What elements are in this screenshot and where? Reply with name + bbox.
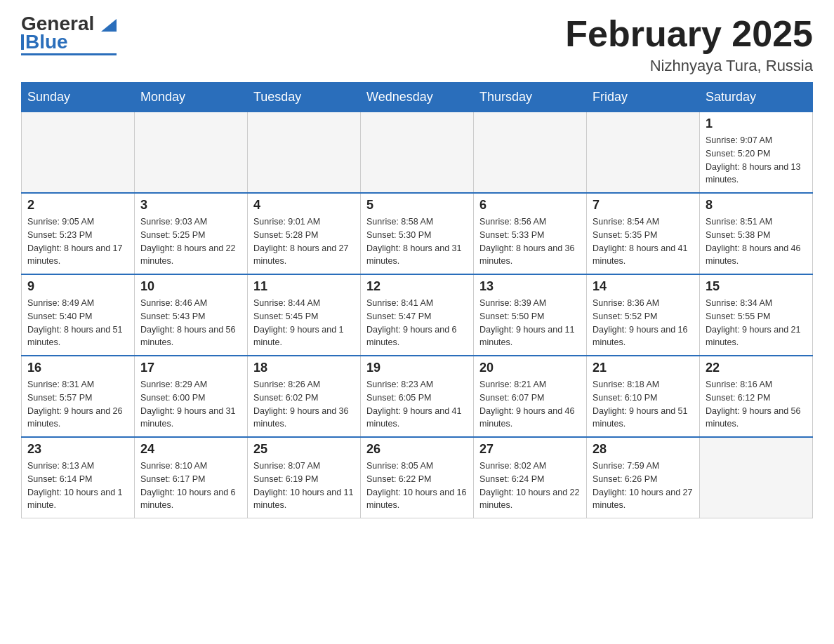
day-info: Sunrise: 9:07 AMSunset: 5:20 PMDaylight:… — [706, 134, 807, 187]
day-number: 4 — [253, 198, 355, 213]
day-info: Sunrise: 7:59 AMSunset: 6:26 PMDaylight:… — [593, 459, 694, 512]
location-text: Nizhnyaya Tura, Russia — [565, 57, 813, 75]
day-info: Sunrise: 8:44 AMSunset: 5:45 PMDaylight:… — [253, 297, 355, 349]
day-info: Sunrise: 9:03 AMSunset: 5:25 PMDaylight:… — [140, 215, 241, 268]
calendar-cell — [700, 437, 813, 518]
day-number: 26 — [366, 442, 468, 457]
logo-underline — [21, 53, 117, 55]
calendar-cell: 11Sunrise: 8:44 AMSunset: 5:45 PMDayligh… — [248, 274, 361, 356]
logo-blue-text: Blue — [25, 32, 68, 52]
day-number: 24 — [140, 442, 241, 457]
day-info: Sunrise: 8:18 AMSunset: 6:10 PMDaylight:… — [593, 378, 694, 431]
day-number: 25 — [253, 442, 355, 457]
day-info: Sunrise: 8:34 AMSunset: 5:55 PMDaylight:… — [706, 297, 807, 349]
day-info: Sunrise: 8:16 AMSunset: 6:12 PMDaylight:… — [706, 378, 807, 431]
logo: General Blue — [21, 14, 117, 55]
day-number: 9 — [27, 279, 128, 294]
calendar-cell: 15Sunrise: 8:34 AMSunset: 5:55 PMDayligh… — [700, 274, 813, 356]
calendar-cell — [22, 112, 135, 194]
day-number: 11 — [253, 279, 355, 294]
day-info: Sunrise: 8:13 AMSunset: 6:14 PMDaylight:… — [27, 459, 128, 512]
day-info: Sunrise: 8:41 AMSunset: 5:47 PMDaylight:… — [366, 297, 468, 349]
header-monday: Monday — [135, 83, 248, 112]
day-info: Sunrise: 8:07 AMSunset: 6:19 PMDaylight:… — [253, 459, 355, 512]
day-number: 1 — [706, 116, 807, 131]
day-number: 23 — [27, 442, 128, 457]
calendar-week-row: 16Sunrise: 8:31 AMSunset: 5:57 PMDayligh… — [22, 356, 813, 437]
calendar-week-row: 9Sunrise: 8:49 AMSunset: 5:40 PMDaylight… — [22, 274, 813, 356]
day-info: Sunrise: 8:02 AMSunset: 6:24 PMDaylight:… — [479, 459, 581, 512]
calendar-cell: 12Sunrise: 8:41 AMSunset: 5:47 PMDayligh… — [361, 274, 474, 356]
day-info: Sunrise: 8:51 AMSunset: 5:38 PMDaylight:… — [706, 215, 807, 268]
day-number: 21 — [593, 361, 694, 375]
day-number: 20 — [479, 361, 581, 375]
header-thursday: Thursday — [474, 83, 587, 112]
calendar-cell: 22Sunrise: 8:16 AMSunset: 6:12 PMDayligh… — [700, 356, 813, 437]
day-info: Sunrise: 8:23 AMSunset: 6:05 PMDaylight:… — [366, 378, 468, 431]
calendar-cell: 10Sunrise: 8:46 AMSunset: 5:43 PMDayligh… — [135, 274, 248, 356]
day-number: 8 — [706, 198, 807, 213]
calendar-cell — [361, 112, 474, 194]
header-friday: Friday — [587, 83, 700, 112]
day-info: Sunrise: 8:10 AMSunset: 6:17 PMDaylight:… — [140, 459, 241, 512]
day-info: Sunrise: 8:54 AMSunset: 5:35 PMDaylight:… — [593, 215, 694, 268]
day-info: Sunrise: 8:56 AMSunset: 5:33 PMDaylight:… — [479, 215, 581, 268]
calendar-cell: 9Sunrise: 8:49 AMSunset: 5:40 PMDaylight… — [22, 274, 135, 356]
calendar-cell: 13Sunrise: 8:39 AMSunset: 5:50 PMDayligh… — [474, 274, 587, 356]
day-info: Sunrise: 8:26 AMSunset: 6:02 PMDaylight:… — [253, 378, 355, 431]
calendar-week-row: 23Sunrise: 8:13 AMSunset: 6:14 PMDayligh… — [22, 437, 813, 518]
calendar-cell: 2Sunrise: 9:05 AMSunset: 5:23 PMDaylight… — [22, 193, 135, 274]
calendar-cell: 19Sunrise: 8:23 AMSunset: 6:05 PMDayligh… — [361, 356, 474, 437]
calendar-cell: 23Sunrise: 8:13 AMSunset: 6:14 PMDayligh… — [22, 437, 135, 518]
header-wednesday: Wednesday — [361, 83, 474, 112]
calendar-cell: 25Sunrise: 8:07 AMSunset: 6:19 PMDayligh… — [248, 437, 361, 518]
calendar-cell — [135, 112, 248, 194]
day-info: Sunrise: 8:46 AMSunset: 5:43 PMDaylight:… — [140, 297, 241, 349]
calendar-cell: 7Sunrise: 8:54 AMSunset: 5:35 PMDaylight… — [587, 193, 700, 274]
day-number: 18 — [253, 361, 355, 375]
day-number: 7 — [593, 198, 694, 213]
calendar-week-row: 2Sunrise: 9:05 AMSunset: 5:23 PMDaylight… — [22, 193, 813, 274]
day-number: 10 — [140, 279, 241, 294]
svg-marker-0 — [101, 19, 117, 32]
day-info: Sunrise: 8:49 AMSunset: 5:40 PMDaylight:… — [27, 297, 128, 349]
calendar-cell: 1Sunrise: 9:07 AMSunset: 5:20 PMDaylight… — [700, 112, 813, 194]
calendar-cell: 21Sunrise: 8:18 AMSunset: 6:10 PMDayligh… — [587, 356, 700, 437]
month-title: February 2025 — [565, 14, 813, 54]
day-number: 27 — [479, 442, 581, 457]
calendar-cell: 6Sunrise: 8:56 AMSunset: 5:33 PMDaylight… — [474, 193, 587, 274]
day-info: Sunrise: 8:58 AMSunset: 5:30 PMDaylight:… — [366, 215, 468, 268]
day-number: 28 — [593, 442, 694, 457]
day-number: 14 — [593, 279, 694, 294]
day-info: Sunrise: 8:05 AMSunset: 6:22 PMDaylight:… — [366, 459, 468, 512]
day-info: Sunrise: 8:21 AMSunset: 6:07 PMDaylight:… — [479, 378, 581, 431]
header-sunday: Sunday — [22, 83, 135, 112]
calendar-cell: 27Sunrise: 8:02 AMSunset: 6:24 PMDayligh… — [474, 437, 587, 518]
calendar-header-row: Sunday Monday Tuesday Wednesday Thursday… — [22, 83, 813, 112]
header-tuesday: Tuesday — [248, 83, 361, 112]
day-number: 6 — [479, 198, 581, 213]
calendar-table: Sunday Monday Tuesday Wednesday Thursday… — [21, 82, 813, 518]
day-number: 13 — [479, 279, 581, 294]
day-info: Sunrise: 8:31 AMSunset: 5:57 PMDaylight:… — [27, 378, 128, 431]
calendar-cell: 20Sunrise: 8:21 AMSunset: 6:07 PMDayligh… — [474, 356, 587, 437]
day-number: 15 — [706, 279, 807, 294]
day-info: Sunrise: 9:01 AMSunset: 5:28 PMDaylight:… — [253, 215, 355, 268]
calendar-cell: 24Sunrise: 8:10 AMSunset: 6:17 PMDayligh… — [135, 437, 248, 518]
calendar-cell: 3Sunrise: 9:03 AMSunset: 5:25 PMDaylight… — [135, 193, 248, 274]
calendar-cell: 28Sunrise: 7:59 AMSunset: 6:26 PMDayligh… — [587, 437, 700, 518]
day-number: 17 — [140, 361, 241, 375]
day-number: 12 — [366, 279, 468, 294]
day-info: Sunrise: 9:05 AMSunset: 5:23 PMDaylight:… — [27, 215, 128, 268]
calendar-cell: 18Sunrise: 8:26 AMSunset: 6:02 PMDayligh… — [248, 356, 361, 437]
day-number: 22 — [706, 361, 807, 375]
day-number: 5 — [366, 198, 468, 213]
day-info: Sunrise: 8:36 AMSunset: 5:52 PMDaylight:… — [593, 297, 694, 349]
day-number: 3 — [140, 198, 241, 213]
calendar-cell: 14Sunrise: 8:36 AMSunset: 5:52 PMDayligh… — [587, 274, 700, 356]
page-header: General Blue February 2025 Nizhnyaya Tur… — [21, 14, 813, 75]
calendar-week-row: 1Sunrise: 9:07 AMSunset: 5:20 PMDaylight… — [22, 112, 813, 194]
day-number: 2 — [27, 198, 128, 213]
calendar-cell — [587, 112, 700, 194]
day-number: 19 — [366, 361, 468, 375]
